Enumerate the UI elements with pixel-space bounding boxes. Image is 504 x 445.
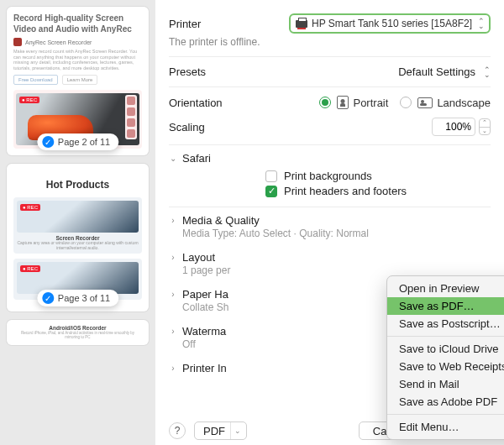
check-icon: ✓ [42,136,54,148]
page-thumb-4[interactable]: Android/iOS Recorder Record iPhone, iPad… [7,320,149,345]
product-image: ● REC [17,201,139,233]
app-icon [13,38,22,46]
checkbox-icon [265,170,277,182]
printer-section: Printer HP Smart Tank 510 series [15A8F2… [169,10,491,57]
print-headers-row[interactable]: ✓ Print headers and footers [265,185,491,197]
hot-products-heading: Hot Products [13,179,142,191]
thumb-app-row: AnyRec Screen Recorder [13,38,142,46]
scaling-input[interactable] [432,118,475,136]
chevron-right-icon: › [169,216,177,225]
printer-value: HP Smart Tank 510 series [15A8F2] [312,18,472,29]
rec-badge: ● REC [20,204,40,211]
presets-value: Default Settings [398,65,475,78]
rec-badge: ● REC [20,265,40,272]
orientation-options: Portrait Landscape [319,96,491,109]
free-download-pill: Free Download [13,75,58,85]
chevron-down-icon: ⌄ [230,422,241,439]
printer-label: Printer [169,18,201,30]
page-indicator[interactable]: ✓ Page 3 of 11 [37,290,118,306]
menu-separator [387,414,504,415]
radio-icon [319,97,331,108]
menu-separator [387,336,504,337]
updown-icon [484,66,491,77]
safari-title: Safari [182,152,211,165]
orientation-label: Orientation [169,97,223,109]
thumb-heading: Record High-quality Screen Video and Aud… [13,13,142,34]
presets-label: Presets [169,65,206,78]
thumb-desc: Make every record count with AnyRec Scre… [13,49,142,71]
page-indicator[interactable]: ✓ Page 2 of 11 [37,134,118,150]
safari-disclosure: ⌄ Safari Print backgrounds ✓ Print heade… [169,145,491,205]
media-title: Media & Quality [182,214,260,227]
page-label: Page 3 of 11 [58,293,110,303]
watermark-title: Waterma [182,325,226,338]
presets-section: Presets Default Settings [169,57,491,87]
pdf-menu: Open in Preview Save as PDF… Save as Pos… [386,275,504,440]
menu-save-postscript[interactable]: Save as Postscript… [387,315,504,332]
scaling-stepper[interactable]: ⌃⌄ [479,118,491,135]
layout-sub: 1 page per [182,264,491,276]
menu-send-mail[interactable]: Send in Mail [387,375,504,393]
chevron-down-icon: ⌄ [169,154,177,163]
landscape-option[interactable]: Landscape [400,97,491,109]
product-sub: Capture any area or window on your compu… [17,241,139,250]
partial-sub: Record iPhone, iPad, and Android activit… [13,331,142,339]
scaling-label: Scaling [169,121,205,134]
checkbox-icon: ✓ [265,186,277,197]
page-thumb-3[interactable]: Hot Products ● REC Screen Recorder Captu… [7,164,149,312]
check-icon: ✓ [42,292,54,304]
thumb-app-label: AnyRec Screen Recorder [25,39,92,45]
radio-icon [400,97,412,108]
partial-title: Android/iOS Recorder [13,325,142,331]
help-icon: ? [175,425,181,437]
landscape-label: Landscape [437,97,491,109]
product-card-1: ● REC Screen Recorder Capture any area o… [13,197,142,254]
help-button[interactable]: ? [169,422,186,439]
printerinfo-title: Printer In [182,362,227,374]
portrait-label: Portrait [353,97,388,109]
portrait-icon [337,96,349,109]
print-backgrounds-row[interactable]: Print backgrounds [265,170,491,182]
preview-sidebar: Record High-quality Screen Video and Aud… [0,0,155,445]
updown-icon [478,18,485,29]
rec-badge: ● REC [19,97,39,103]
print-hf-label: Print headers and footers [284,185,407,197]
menu-edit[interactable]: Edit Menu… [387,418,504,436]
portrait-option[interactable]: Portrait [319,96,388,109]
print-dialog: Printer HP Smart Tank 510 series [15A8F2… [155,0,504,445]
chevron-right-icon: › [169,364,177,373]
learn-more-pill: Learn More [62,75,98,85]
chevron-right-icon: › [169,290,177,299]
orientation-section: Orientation Portrait Landscape Scaling ⌃… [169,87,491,145]
safari-header[interactable]: ⌄ Safari [169,152,491,165]
menu-save-pdf[interactable]: Save as PDF… [387,297,504,315]
chevron-right-icon: › [169,253,177,262]
landscape-icon [417,97,433,108]
printer-status: The printer is offline. [169,36,491,48]
page-thumb-2[interactable]: Record High-quality Screen Video and Aud… [7,7,149,155]
media-sub: Media Type: Auto Select · Quality: Norma… [182,228,491,239]
hero-side-icons [125,95,137,139]
pdf-label: PDF [203,425,225,437]
chevron-right-icon: › [169,327,177,336]
layout-title: Layout [182,251,215,264]
pdf-button[interactable]: PDF ⌄ [194,421,247,440]
menu-adobe-pdf[interactable]: Save as Adobe PDF [387,393,504,411]
scaling-control: ⌃⌄ [432,118,491,136]
menu-icloud[interactable]: Save to iCloud Drive [387,340,504,358]
safari-body: Print backgrounds ✓ Print headers and fo… [265,170,491,197]
thumb-btnrow: Free Download Learn More [13,75,142,85]
print-bg-label: Print backgrounds [284,170,372,182]
printer-select[interactable]: HP Smart Tank 510 series [15A8F2] [289,13,491,34]
page-label: Page 2 of 11 [58,137,110,147]
printer-icon [296,20,307,28]
paper-title: Paper Ha [182,288,228,301]
menu-web-receipts[interactable]: Save to Web Receipts [387,358,504,375]
menu-open-preview[interactable]: Open in Preview [387,280,504,297]
presets-select[interactable]: Default Settings [398,65,491,78]
media-disclosure[interactable]: › Media & Quality Media Type: Auto Selec… [169,207,491,244]
